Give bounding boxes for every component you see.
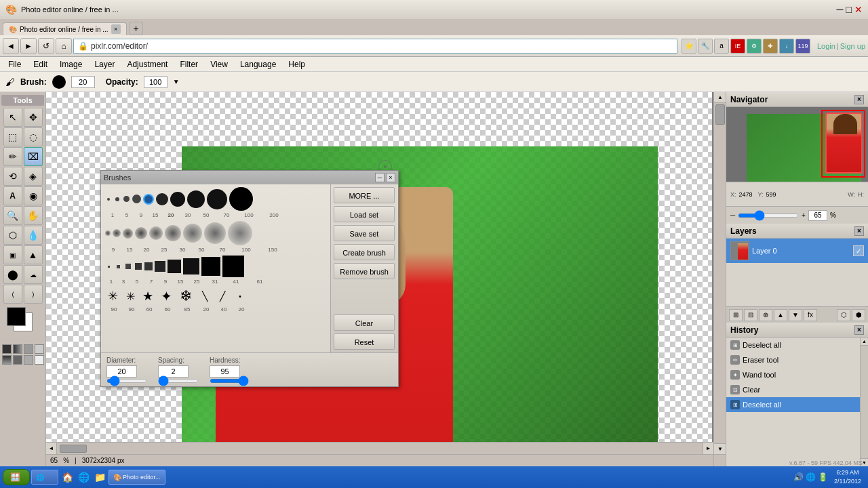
layer-0-visibility[interactable]: ✓ (853, 245, 864, 256)
menu-help[interactable]: Help (283, 58, 311, 70)
fill-tool[interactable]: ◉ (24, 186, 43, 205)
blend-4[interactable] (2, 355, 12, 365)
soft-brush-9[interactable] (228, 221, 252, 245)
create-brush-btn[interactable]: Create brush (334, 244, 395, 260)
eraser-tool[interactable]: ⌧ (24, 147, 43, 166)
tray-icon-3[interactable]: 🔋 (818, 472, 828, 482)
soft-brush-8[interactable] (204, 222, 226, 244)
vscroll-down[interactable]: ▼ (714, 443, 726, 454)
layer-merge-btn[interactable]: ⊕ (759, 309, 772, 321)
new-tab-btn[interactable]: + (130, 22, 143, 35)
canvas-area[interactable]: Brushes ─ × (46, 92, 726, 466)
brush-dot-4[interactable] (132, 195, 141, 203)
navigator-close-btn[interactable]: × (854, 95, 864, 104)
tray-icon-1[interactable]: 🔊 (793, 472, 804, 482)
save-set-btn[interactable]: Save set (334, 225, 395, 241)
nav-zoom-slider[interactable] (738, 214, 799, 218)
shape-tool[interactable]: ▲ (24, 245, 43, 264)
load-set-btn[interactable]: Load set (334, 206, 395, 222)
layers-close-btn[interactable]: × (854, 226, 864, 236)
opacity-input[interactable] (144, 76, 167, 88)
layer-delete-btn[interactable]: ⊟ (744, 309, 757, 321)
canvas-hscroll[interactable]: ◄ ► (46, 442, 713, 454)
history-close-btn[interactable]: × (854, 325, 864, 335)
soft-brush-5[interactable] (149, 226, 163, 240)
quick-launch-3[interactable]: 📁 (92, 470, 107, 485)
star-brush-2[interactable]: ✳ (123, 289, 138, 304)
brush-dot-5[interactable] (143, 194, 154, 205)
sq-brush-8[interactable] (183, 258, 199, 274)
login-link[interactable]: Login (817, 42, 835, 50)
eyedrop-tool[interactable]: 💧 (24, 226, 43, 245)
soft-brush-7[interactable] (183, 224, 202, 243)
pencil-tool[interactable]: ✏ (3, 147, 22, 166)
diameter-slider[interactable] (106, 379, 147, 383)
move-tool[interactable]: ✥ (24, 108, 43, 127)
brush-dot-2[interactable] (115, 197, 119, 201)
hscroll-thumb[interactable] (60, 445, 87, 453)
blend-3[interactable] (35, 344, 44, 354)
next-page-tool[interactable]: ⟩ (24, 285, 43, 304)
prev-page-tool[interactable]: ⟨ (3, 285, 22, 304)
history-scroll-up[interactable]: ▲ (861, 338, 868, 346)
sq-brush-2[interactable] (117, 265, 120, 268)
sq-brush-4[interactable] (135, 263, 142, 270)
vscroll-up[interactable]: ▲ (714, 92, 726, 103)
layer-move-dn-btn[interactable]: ▼ (789, 309, 802, 321)
snowflake-brush[interactable]: ❄ (177, 287, 195, 305)
maximize-icon[interactable]: □ (846, 4, 852, 15)
address-bar[interactable]: 🔒 pixlr.com/editor/ (73, 39, 677, 54)
rectangle-tool[interactable]: ⬚ (3, 127, 22, 146)
blend-0[interactable] (2, 344, 12, 354)
layer-opt2[interactable]: ⬢ (852, 309, 865, 321)
clear-btn[interactable]: Clear (334, 314, 395, 331)
stamp-tool[interactable]: ⟲ (3, 167, 22, 186)
tools-icon-btn[interactable]: 🔧 (698, 39, 713, 54)
vscroll-thumb[interactable] (715, 104, 725, 125)
blend-6[interactable] (24, 355, 33, 365)
hardness-slider[interactable] (210, 379, 250, 383)
brush-panel-close[interactable]: × (386, 173, 395, 182)
taskbar-browser-btn[interactable]: 🌐 (31, 470, 58, 485)
lasso-tool[interactable]: ◌ (24, 127, 43, 146)
blend-7[interactable] (35, 355, 44, 365)
brush-panel-minimize[interactable]: ─ (375, 173, 384, 182)
line-brush-1[interactable]: ╲ (197, 289, 212, 304)
addon2-btn[interactable]: ⚙ (747, 39, 762, 54)
menu-language[interactable]: Language (235, 58, 281, 70)
zoom-out-icon[interactable]: ─ (730, 211, 735, 219)
quick-launch-2[interactable]: 🌐 (76, 470, 91, 485)
menu-view[interactable]: View (205, 58, 233, 70)
menu-layer[interactable]: Layer (89, 58, 120, 70)
canvas-vscroll[interactable]: ▲ ▼ (713, 92, 726, 454)
menu-adjustment[interactable]: Adjustment (121, 58, 173, 70)
brush-dot-10[interactable] (229, 187, 253, 211)
crop-tool[interactable]: ⬡ (3, 226, 22, 245)
sq-brush-1[interactable] (108, 266, 110, 268)
menu-image[interactable]: Image (54, 58, 87, 70)
history-item-2[interactable]: ✦ Wand tool (726, 367, 860, 382)
dot-brush[interactable]: • (233, 289, 248, 304)
history-item-4[interactable]: ⊞ Deselect all (726, 397, 860, 412)
history-item-3[interactable]: ⊟ Clear (726, 382, 860, 397)
star-brush-1[interactable]: ✳ (105, 289, 120, 304)
soft-brush-1[interactable] (105, 230, 111, 236)
text-tool[interactable]: A (3, 186, 22, 205)
back-btn[interactable]: ◄ (3, 38, 19, 54)
soft-brush-3[interactable] (123, 228, 133, 239)
remove-brush-btn[interactable]: Remove brush (334, 263, 395, 279)
active-tab[interactable]: 🎨 Photo editor online / free in ... × (3, 22, 127, 35)
history-item-1[interactable]: ✏ Eraser tool (726, 352, 860, 367)
brush-dot-9[interactable] (207, 189, 227, 209)
layer-fxbtn[interactable]: fx (804, 309, 817, 321)
soft-brush-4[interactable] (135, 227, 147, 239)
menu-filter[interactable]: Filter (174, 58, 203, 70)
tab-close-btn[interactable]: × (111, 24, 121, 34)
selection-tool[interactable]: ↖ (3, 108, 22, 127)
brush-size-input[interactable] (71, 76, 95, 88)
hand-tool[interactable]: ✋ (24, 206, 43, 225)
star-brush-3[interactable]: ★ (140, 289, 155, 304)
layer-new-btn[interactable]: ⊞ (729, 309, 743, 321)
fg-color-swatch[interactable] (7, 307, 26, 326)
spacing-slider[interactable] (158, 379, 199, 383)
